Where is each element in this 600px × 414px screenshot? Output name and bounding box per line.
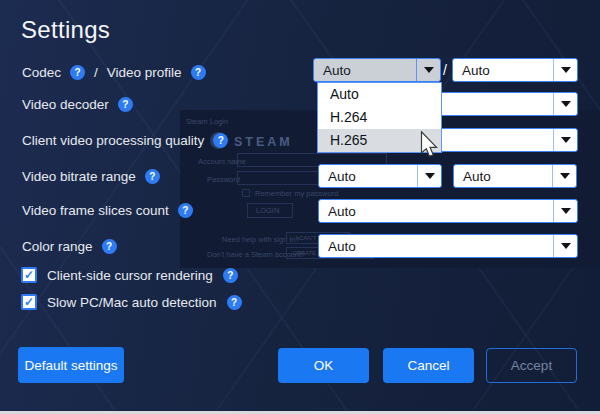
menu-item-h264[interactable]: H.264 xyxy=(318,106,441,129)
color-range-dropdown-arrow-button[interactable] xyxy=(553,235,577,257)
cursor-rendering-help-icon[interactable]: ? xyxy=(223,268,238,283)
cancel-button[interactable]: Cancel xyxy=(383,348,474,383)
video-profile-help-icon[interactable]: ? xyxy=(191,65,206,80)
bitrate-max-dropdown-value: Auto xyxy=(454,165,552,187)
processing-quality-label: Client video processing quality xyxy=(22,133,204,148)
slow-pc-label: Slow PC/Mac auto detection xyxy=(47,295,217,310)
chevron-down-icon xyxy=(561,137,571,143)
cursor-rendering-label: Client-side cursor rendering xyxy=(47,268,213,283)
codec-label: Codec xyxy=(22,65,61,80)
default-settings-button[interactable]: Default settings xyxy=(18,347,124,383)
chevron-down-icon xyxy=(560,173,570,179)
codec-dropdown[interactable]: Auto xyxy=(313,58,441,82)
chevron-down-icon xyxy=(425,173,435,179)
settings-panel: Settings Codec ? / Video profile ? Video… xyxy=(0,0,600,414)
video-decoder-help-icon[interactable]: ? xyxy=(118,97,133,112)
bitrate-range-help-icon[interactable]: ? xyxy=(145,169,160,184)
processing-quality-help-icon[interactable]: ? xyxy=(213,133,228,148)
chevron-down-icon xyxy=(561,101,571,107)
color-range-dropdown[interactable]: Auto xyxy=(318,234,578,258)
frame-slices-dropdown-arrow-button[interactable] xyxy=(553,200,577,222)
bitrate-min-dropdown-arrow-button[interactable] xyxy=(417,165,441,187)
settings-dialog: Steam Login STEAM Account name Password … xyxy=(0,0,600,414)
dropdown-separator: / xyxy=(443,62,447,78)
frame-slices-dropdown-value: Auto xyxy=(319,200,553,222)
menu-item-auto[interactable]: Auto xyxy=(318,83,441,106)
video-profile-dropdown-value: Auto xyxy=(453,59,553,81)
video-decoder-label: Video decoder xyxy=(22,97,109,112)
slow-pc-checkbox[interactable]: ✓ xyxy=(21,294,37,310)
color-range-help-icon[interactable]: ? xyxy=(102,239,117,254)
video-decoder-dropdown-arrow-button[interactable] xyxy=(553,93,577,115)
processing-quality-row-labels: Client video processing quality ? xyxy=(22,132,228,149)
video-profile-dropdown[interactable]: Auto xyxy=(452,58,578,82)
ok-button[interactable]: OK xyxy=(278,348,369,383)
video-decoder-row-labels: Video decoder ? xyxy=(22,96,133,113)
chevron-down-icon xyxy=(561,67,571,73)
color-range-row-labels: Color range ? xyxy=(22,238,117,255)
color-range-label: Color range xyxy=(22,239,93,254)
codec-dropdown-arrow-button[interactable] xyxy=(416,59,440,81)
codec-dropdown-value: Auto xyxy=(314,59,416,81)
bitrate-range-row-labels: Video bitrate range ? xyxy=(22,168,160,185)
label-separator: / xyxy=(94,65,98,80)
color-range-dropdown-value: Auto xyxy=(319,235,553,257)
frame-slices-dropdown[interactable]: Auto xyxy=(318,199,578,223)
codec-row-labels: Codec ? / Video profile ? xyxy=(22,64,206,81)
frame-slices-label: Video frame slices count xyxy=(22,203,169,218)
chevron-down-icon xyxy=(424,67,434,73)
bitrate-min-dropdown[interactable]: Auto xyxy=(318,164,442,188)
video-profile-label: Video profile xyxy=(107,65,182,80)
accept-button[interactable]: Accept xyxy=(486,348,577,383)
frame-slices-help-icon[interactable]: ? xyxy=(178,203,193,218)
bitrate-min-dropdown-value: Auto xyxy=(319,165,417,187)
page-title: Settings xyxy=(21,16,110,44)
checkmark-icon: ✓ xyxy=(24,296,34,308)
bitrate-range-label: Video bitrate range xyxy=(22,169,136,184)
chevron-down-icon xyxy=(561,243,571,249)
slow-pc-help-icon[interactable]: ? xyxy=(227,295,242,310)
processing-quality-dropdown-arrow-button[interactable] xyxy=(553,129,577,151)
mouse-cursor xyxy=(420,131,438,158)
slow-pc-row: ✓ Slow PC/Mac auto detection ? xyxy=(21,294,242,310)
bitrate-max-dropdown[interactable]: Auto xyxy=(453,164,577,188)
frame-slices-row-labels: Video frame slices count ? xyxy=(22,202,193,219)
cursor-rendering-checkbox[interactable]: ✓ xyxy=(21,267,37,283)
checkmark-icon: ✓ xyxy=(24,269,34,281)
chevron-down-icon xyxy=(561,208,571,214)
cursor-rendering-row: ✓ Client-side cursor rendering ? xyxy=(21,267,238,283)
bitrate-max-dropdown-arrow-button[interactable] xyxy=(552,165,576,187)
video-profile-dropdown-arrow-button[interactable] xyxy=(553,59,577,81)
codec-help-icon[interactable]: ? xyxy=(70,65,85,80)
